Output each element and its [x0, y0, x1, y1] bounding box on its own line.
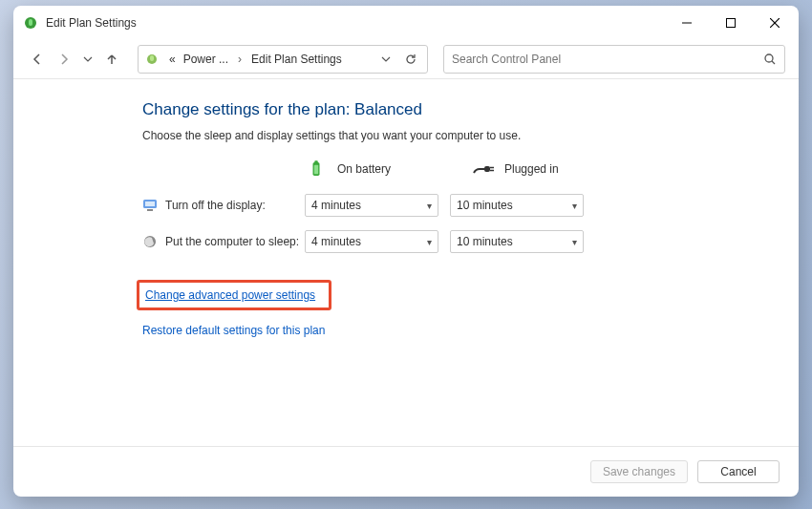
column-plugged: Plugged in — [472, 159, 610, 179]
chevron-down-icon: ▾ — [427, 237, 432, 247]
dropdown-value: 4 minutes — [311, 199, 361, 212]
content-area: Change settings for the plan: Balanced C… — [13, 79, 799, 446]
svg-rect-1 — [29, 19, 32, 26]
svg-rect-11 — [314, 160, 318, 163]
column-label: On battery — [337, 162, 391, 176]
svg-rect-7 — [150, 55, 154, 61]
svg-point-8 — [765, 54, 773, 62]
address-bar[interactable]: « Power ... › Edit Plan Settings — [138, 45, 428, 74]
sleep-plugged-dropdown[interactable]: 10 minutes ▾ — [450, 230, 584, 253]
footer: Save changes Cancel — [13, 446, 799, 497]
row-sleep: Put the computer to sleep: 4 minutes ▾ 1… — [142, 230, 780, 253]
breadcrumb-prefix: « — [167, 53, 178, 66]
up-button[interactable] — [101, 49, 122, 70]
cancel-button[interactable]: Cancel — [697, 460, 780, 483]
close-button[interactable] — [753, 8, 797, 38]
column-battery: On battery — [305, 159, 472, 179]
minimize-button[interactable] — [665, 8, 709, 38]
chevron-down-icon: ▾ — [572, 201, 577, 211]
breadcrumb-item[interactable]: Power ... — [182, 53, 230, 66]
forward-button[interactable] — [53, 49, 75, 70]
highlight-box: Change advanced power settings — [137, 280, 331, 310]
breadcrumb-item[interactable]: Edit Plan Settings — [249, 53, 344, 66]
refresh-button[interactable] — [400, 49, 421, 70]
row-display: Turn off the display: 4 minutes ▾ 10 min… — [142, 194, 780, 217]
title-bar: Edit Plan Settings — [13, 6, 799, 40]
maximize-button[interactable] — [709, 8, 753, 38]
battery-icon — [305, 159, 328, 179]
svg-rect-3 — [727, 19, 736, 28]
chevron-right-icon: › — [234, 53, 246, 66]
window-title: Edit Plan Settings — [46, 16, 137, 30]
row-label: Turn off the display: — [165, 199, 305, 212]
sleep-icon — [142, 234, 158, 249]
dropdown-value: 10 minutes — [457, 235, 513, 248]
dropdown-value: 10 minutes — [457, 199, 513, 212]
svg-rect-12 — [314, 165, 318, 175]
search-icon — [763, 53, 777, 66]
display-battery-dropdown[interactable]: 4 minutes ▾ — [305, 194, 438, 217]
dropdown-value: 4 minutes — [311, 235, 361, 248]
display-icon — [142, 198, 158, 213]
svg-line-9 — [772, 61, 775, 64]
page-title: Change settings for the plan: Balanced — [142, 100, 780, 119]
chevron-down-icon: ▾ — [427, 201, 432, 211]
chevron-down-icon: ▾ — [572, 237, 577, 247]
svg-rect-18 — [147, 209, 153, 211]
window: Edit Plan Settings « Powe — [13, 6, 799, 497]
nav-row: « Power ... › Edit Plan Settings — [13, 40, 799, 78]
address-dropdown[interactable] — [375, 49, 396, 70]
advanced-power-settings-link[interactable]: Change advanced power settings — [145, 288, 315, 302]
restore-defaults-link[interactable]: Restore default settings for this plan — [142, 324, 780, 337]
search-input[interactable] — [452, 53, 763, 66]
column-label: Plugged in — [504, 162, 559, 176]
save-button[interactable]: Save changes — [590, 460, 688, 483]
recent-dropdown[interactable] — [80, 49, 96, 70]
display-plugged-dropdown[interactable]: 10 minutes ▾ — [450, 194, 584, 217]
links-area: Change advanced power settings Restore d… — [142, 280, 780, 337]
plug-icon — [472, 159, 495, 179]
app-icon — [23, 15, 38, 31]
back-button[interactable] — [27, 49, 48, 70]
address-icon — [144, 52, 160, 67]
row-label: Put the computer to sleep: — [165, 235, 305, 248]
column-headers: On battery Plugged in — [142, 159, 780, 179]
search-box[interactable] — [443, 45, 785, 74]
svg-rect-17 — [145, 201, 155, 206]
svg-rect-13 — [484, 166, 490, 172]
page-subtitle: Choose the sleep and display settings th… — [142, 129, 780, 142]
sleep-battery-dropdown[interactable]: 4 minutes ▾ — [305, 230, 438, 253]
